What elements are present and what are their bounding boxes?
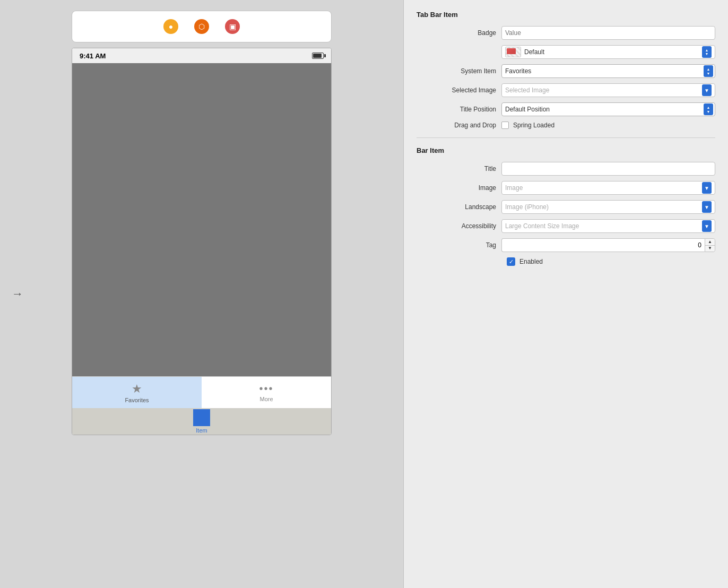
accessibility-control[interactable]: Large Content Size Image ▼ (501, 219, 715, 233)
spring-loaded-label: Spring Loaded (513, 122, 554, 129)
star-icon: ★ (132, 382, 142, 396)
color-row: Default ▲ ▼ (417, 45, 715, 59)
tab-favorites-label: Favorites (125, 397, 149, 403)
selected-image-dropdown-btn[interactable]: ▼ (702, 84, 712, 96)
toolbar: ● ⬡ ▣ (72, 11, 332, 42)
landscape-dropdown-btn[interactable]: ▼ (702, 201, 712, 213)
landscape-label: Landscape (417, 203, 501, 211)
title-row: Title (417, 162, 715, 176)
title-label: Title (417, 165, 501, 172)
enabled-row: ✓ Enabled (507, 257, 715, 266)
drag-drop-row: Drag and Drop Spring Loaded (417, 122, 715, 129)
title-input-wrapper (501, 162, 715, 176)
chevron-down-icon: ▼ (704, 223, 709, 229)
selected-image-row: Selected Image Selected Image ▼ (417, 83, 715, 97)
bottom-square-icon (193, 409, 210, 426)
system-item-row: System Item Favorites ▲ ▼ (417, 64, 715, 78)
accessibility-label: Accessibility (417, 222, 501, 230)
selected-image-placeholder: Selected Image (505, 87, 702, 94)
tag-decrement-button[interactable]: ▼ (705, 246, 715, 252)
title-position-wrapper: Default Position ▲ ▼ (501, 102, 715, 116)
status-time: 9:41 AM (80, 52, 106, 60)
accessibility-dropdown-btn[interactable]: ▼ (702, 220, 712, 232)
enabled-checkbox[interactable]: ✓ (507, 257, 515, 266)
tag-label: Tag (417, 241, 501, 249)
dots-icon: ••• (259, 383, 273, 395)
status-bar: 9:41 AM (72, 48, 331, 63)
selected-image-label: Selected Image (417, 87, 501, 94)
spring-loaded-checkbox[interactable] (501, 122, 509, 129)
bottom-item-label: Item (196, 427, 207, 434)
left-panel: ● ⬡ ▣ → 9:41 AM ★ Favorites ••• (0, 0, 403, 588)
toolbar-icon-3[interactable]: ▣ (225, 19, 240, 34)
tab-more[interactable]: ••• More (202, 377, 331, 408)
landscape-control[interactable]: Image (iPhone) ▼ (501, 200, 715, 214)
color-control-wrapper: Default ▲ ▼ (501, 45, 715, 59)
tag-row: Tag 0 ▲ ▼ (417, 238, 715, 252)
bottom-bar: Item (72, 408, 331, 435)
color-swatch-icon (505, 47, 521, 57)
landscape-placeholder: Image (iPhone) (505, 203, 702, 211)
toolbar-icon-2[interactable]: ⬡ (194, 19, 209, 34)
enabled-label: Enabled (519, 258, 543, 265)
tag-increment-button[interactable]: ▲ (705, 239, 715, 246)
accessibility-control-wrapper: Large Content Size Image ▼ (501, 219, 715, 233)
color-default-label: Default (524, 48, 699, 56)
drag-drop-control: Spring Loaded (501, 122, 715, 129)
landscape-row: Landscape Image (iPhone) ▼ (417, 200, 715, 214)
tab-bar-item-section-title: Tab Bar Item (417, 11, 715, 19)
image-control-wrapper: Image ▼ (501, 181, 715, 195)
toolbar-icon-1-glyph: ● (169, 22, 173, 31)
title-position-select[interactable]: Default Position (501, 102, 715, 116)
tag-stepper: 0 ▲ ▼ (501, 238, 715, 252)
chevron-down-icon: ▼ (704, 88, 709, 93)
section-divider (417, 137, 715, 138)
tab-favorites[interactable]: ★ Favorites (72, 377, 202, 408)
landscape-control-wrapper: Image (iPhone) ▼ (501, 200, 715, 214)
badge-input-wrapper (501, 26, 715, 40)
bar-item-section-title: Bar Item (417, 146, 715, 154)
selected-image-wrapper: Selected Image ▼ (501, 83, 715, 97)
badge-row: Badge (417, 26, 715, 40)
color-dropdown-btn[interactable]: ▲ ▼ (702, 46, 712, 58)
chevron-down-icon: ▼ (705, 52, 709, 56)
image-label: Image (417, 184, 501, 192)
tab-bar: ★ Favorites ••• More (72, 376, 331, 408)
chevron-down-icon: ▼ (704, 204, 709, 210)
drag-drop-label: Drag and Drop (417, 122, 501, 129)
tab-more-label: More (259, 396, 273, 402)
accessibility-row: Accessibility Large Content Size Image ▼ (417, 219, 715, 233)
color-default-control[interactable]: Default ▲ ▼ (501, 45, 715, 59)
toolbar-icon-2-glyph: ⬡ (198, 22, 205, 31)
title-position-label: Title Position (417, 106, 501, 113)
title-input[interactable] (501, 162, 715, 176)
toolbar-icon-3-glyph: ▣ (229, 22, 236, 31)
tag-stepper-buttons: ▲ ▼ (705, 238, 715, 252)
badge-input[interactable] (501, 26, 715, 40)
tag-input[interactable]: 0 (501, 238, 705, 252)
battery-icon (312, 53, 324, 59)
toolbar-icon-1[interactable]: ● (163, 19, 178, 34)
system-item-label: System Item (417, 67, 501, 75)
accessibility-placeholder: Large Content Size Image (505, 222, 702, 230)
segue-arrow: → (12, 287, 23, 301)
badge-label: Badge (417, 29, 501, 37)
iphone-content-area (72, 63, 331, 376)
chevron-down-icon: ▼ (704, 185, 709, 191)
image-control[interactable]: Image ▼ (501, 181, 715, 195)
right-panel: Tab Bar Item Badge Default ▲ ▼ System It… (403, 0, 728, 588)
system-item-select[interactable]: Favorites (501, 64, 715, 78)
title-position-row: Title Position Default Position ▲ ▼ (417, 102, 715, 116)
selected-image-control[interactable]: Selected Image ▼ (501, 83, 715, 97)
system-item-select-wrapper: Favorites ▲ ▼ (501, 64, 715, 78)
image-row: Image Image ▼ (417, 181, 715, 195)
iphone-simulator: 9:41 AM ★ Favorites ••• More Item (72, 48, 332, 435)
image-dropdown-btn[interactable]: ▼ (702, 182, 712, 194)
image-placeholder: Image (505, 184, 702, 192)
chevron-up-icon: ▲ (705, 48, 709, 52)
